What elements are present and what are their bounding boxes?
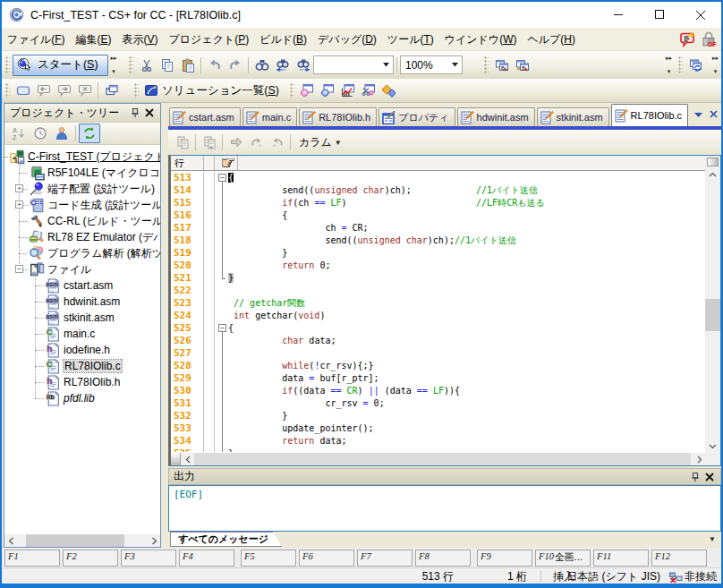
hsplit-handle[interactable]: [171, 453, 181, 465]
scroll-right-icon[interactable]: [693, 453, 706, 465]
minimize-button[interactable]: [598, 2, 639, 28]
smart-browser-lock-off-icon[interactable]: [700, 30, 718, 48]
copy-button[interactable]: [157, 55, 177, 75]
solution-list-button[interactable]: ソリューション一覧(S): [141, 81, 286, 101]
start-button[interactable]: スタート(S): [13, 55, 108, 76]
fold-collapse-icon[interactable]: −: [218, 324, 226, 332]
next-comment-button[interactable]: [54, 81, 74, 100]
fkey-f6[interactable]: F6: [299, 550, 354, 567]
fkey-f2[interactable]: F2: [63, 550, 118, 567]
fkey-f9[interactable]: F9: [477, 550, 532, 567]
redo-button[interactable]: [225, 55, 245, 75]
fkey-f10[interactable]: F10全画…: [535, 550, 591, 567]
back-history-icon[interactable]: [267, 132, 287, 152]
scrollbar-track[interactable]: [17, 534, 148, 547]
pin-icon[interactable]: [128, 106, 142, 120]
find-next-button[interactable]: [293, 55, 313, 75]
code-line-521[interactable]: }: [217, 272, 706, 285]
code-line-532[interactable]: }: [217, 410, 706, 422]
menu-item-3[interactable]: プロジェクト(P): [164, 29, 255, 50]
code-line-516[interactable]: {: [217, 209, 706, 222]
menu-item-2[interactable]: 表示(V): [116, 29, 163, 50]
fkey-f5[interactable]: F5: [241, 550, 296, 567]
code-line-514[interactable]: send((unsigned char)ch); //1バイト送信: [217, 184, 706, 197]
toolbar-grip[interactable]: [290, 82, 294, 98]
analysis-function-button[interactable]: [297, 81, 318, 100]
editor-hscroll-thumb[interactable]: [194, 453, 691, 465]
undo-button[interactable]: [204, 55, 225, 75]
tree-item-iodefine.h[interactable]: iodefine.h: [4, 342, 160, 358]
tree-item-c-first_test[interactable]: C-First_TEST (プロジェクト): [4, 149, 160, 165]
toolbar-grip[interactable]: [678, 55, 683, 75]
code-line-523[interactable]: // getchar関数: [217, 297, 706, 310]
tab-list-dropdown-icon[interactable]: [694, 108, 702, 121]
code-line-519[interactable]: }: [217, 247, 706, 260]
jump-icon[interactable]: [225, 132, 246, 152]
menu-item-4[interactable]: ビルド(B): [254, 29, 312, 50]
fkey-f8[interactable]: F8: [415, 550, 471, 567]
code-line-534[interactable]: return data;: [217, 435, 706, 447]
maximize-button[interactable]: [639, 2, 680, 28]
toolbar-grip[interactable]: [134, 82, 139, 98]
doc-tab-stkinit.asm[interactable]: stkinit.asm: [537, 107, 609, 126]
doc-tab-cstart.asm[interactable]: cstart.asm: [169, 107, 241, 126]
build-project-button[interactable]: [491, 55, 512, 75]
cascade-windows-button[interactable]: [101, 81, 122, 100]
code-line-515[interactable]: if(ch == LF) //LF時CRも送る: [217, 197, 706, 209]
menu-item-1[interactable]: 編集(E): [70, 29, 116, 50]
toolbar-grip[interactable]: [5, 82, 10, 98]
tree-item-stkinit.asm[interactable]: stkinit.asm: [4, 310, 160, 326]
code-line-524[interactable]: int getchar(void): [217, 310, 706, 322]
toolbar-overflow-icon[interactable]: ▸▸▾: [663, 53, 675, 78]
collapse-icon[interactable]: −: [15, 265, 23, 273]
download-debug-button[interactable]: [685, 55, 706, 75]
doc-tab-main.c[interactable]: main.c: [242, 107, 297, 126]
tree-item-main.c[interactable]: main.c: [4, 326, 160, 342]
mixed-display-icon[interactable]: [199, 132, 219, 152]
delete-comment-button[interactable]: [74, 81, 95, 100]
analysis-coverage-button[interactable]: [359, 81, 379, 100]
panel-splitter[interactable]: [161, 103, 168, 548]
code-line-531[interactable]: cr_rsv = 0;: [217, 397, 706, 410]
editor-horizontal-scrollbar[interactable]: [171, 453, 706, 465]
notification-balloon-icon[interactable]: [678, 30, 696, 48]
tab-close-icon[interactable]: [710, 108, 718, 121]
insert-mode-icon[interactable]: [172, 132, 192, 152]
analysis-variable-button[interactable]: [318, 81, 338, 100]
menu-item-0[interactable]: ファイル(F): [2, 29, 70, 50]
code-line-528[interactable]: while(!cr_rsv){;}: [217, 360, 706, 372]
output-tab-dropdown-icon[interactable]: ▼: [709, 535, 716, 543]
toolbar-grip[interactable]: [484, 55, 489, 75]
menu-item-5[interactable]: デバッグ(D): [312, 29, 382, 50]
find-button[interactable]: [251, 55, 272, 75]
code-line-522[interactable]: [217, 285, 706, 297]
fkey-f3[interactable]: F3: [121, 550, 176, 567]
doc-tab--[interactable]: プロパティ: [379, 107, 455, 126]
code-line-520[interactable]: return 0;: [217, 260, 706, 272]
tree-item-rl78iolib.c[interactable]: RL78IOlib.c: [4, 358, 160, 374]
scrollbar-track[interactable]: [194, 453, 693, 465]
code-line-530[interactable]: if((data == CR) || (data == LF)){: [217, 385, 706, 397]
menu-item-6[interactable]: ツール(T): [382, 29, 439, 50]
toolbar-overflow-icon[interactable]: ▸▸▾: [108, 53, 120, 78]
editor-vscroll-thumb[interactable]: [705, 299, 720, 331]
tree-horizontal-scrollbar[interactable]: [4, 534, 160, 547]
doc-tab-rl78iolib.h[interactable]: RL78IOlib.h: [299, 107, 377, 126]
tree-item-rl78iolib.h[interactable]: RL78IOlib.h: [4, 374, 160, 390]
memory-panel-button[interactable]: [13, 81, 33, 100]
tree-item-[interactable]: コード生成 (設計ツール): [4, 197, 160, 213]
fkey-f4[interactable]: F4: [179, 550, 234, 567]
toolbar-grip[interactable]: [129, 55, 133, 75]
zoom-dropdown-icon[interactable]: [448, 56, 462, 73]
toolbar-grip[interactable]: [5, 55, 10, 75]
code-line-535[interactable]: }: [217, 447, 706, 452]
scroll-right-icon[interactable]: [148, 534, 160, 547]
sync-refresh-icon[interactable]: [79, 124, 100, 143]
close-panel-icon[interactable]: [702, 470, 717, 484]
tab-all-messages[interactable]: すべてのメッセージ: [170, 532, 282, 547]
code-line-527[interactable]: [217, 347, 706, 360]
search-combobox[interactable]: [313, 55, 394, 74]
column-menu-label[interactable]: カラム: [299, 135, 332, 150]
fkey-f12[interactable]: F12: [651, 550, 707, 567]
tree-item-[interactable]: ファイル: [4, 261, 160, 277]
